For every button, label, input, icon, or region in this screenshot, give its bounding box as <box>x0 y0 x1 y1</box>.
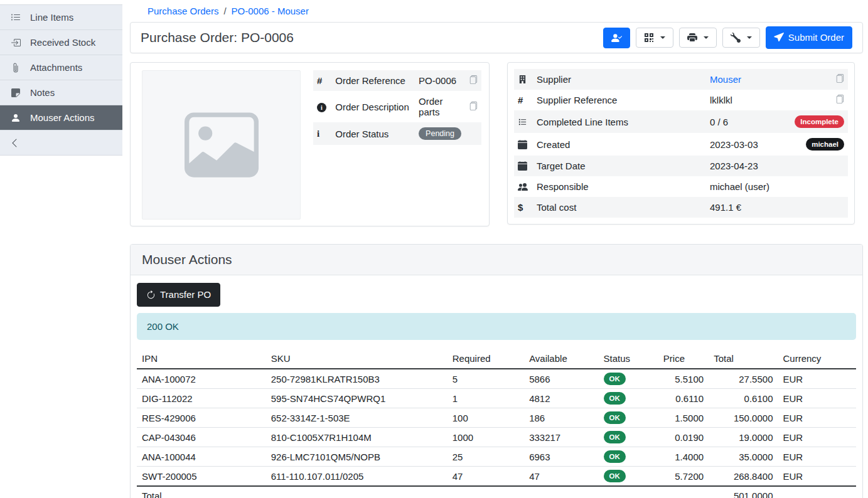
supplier-detail-table: Supplier Mouser # Supplier Reference lkl… <box>514 69 848 218</box>
order-roles-button[interactable] <box>603 28 630 48</box>
cell-available: 6963 <box>524 447 598 467</box>
sidebar-item-notes[interactable]: Notes <box>0 80 122 105</box>
order-detail-table: # Order Reference PO-0006 i Order Descri… <box>313 70 481 145</box>
submit-order-button[interactable]: Submit Order <box>766 26 852 49</box>
cell-price: 0.6110 <box>658 389 709 408</box>
detail-value: 2023-04-23 <box>706 156 783 176</box>
calendar-icon <box>514 156 533 176</box>
detail-label: Supplier <box>533 69 706 90</box>
sidebar-item-attachments[interactable]: Attachments <box>0 55 122 80</box>
table-row: RES-429006 652-3314Z-1-503E 100 186 OK 1… <box>137 408 856 428</box>
sidebar-item-received-stock[interactable]: Received Stock <box>0 30 122 55</box>
detail-label: Order Reference <box>331 70 415 91</box>
detail-label: Target Date <box>533 156 706 176</box>
detail-row-supplier: Supplier Mouser <box>514 69 848 90</box>
send-icon <box>774 33 784 43</box>
copy-icon[interactable] <box>835 95 844 103</box>
cell-price: 5.7200 <box>658 467 709 487</box>
cell-required: 1000 <box>447 428 524 447</box>
cell-status: OK <box>599 389 658 408</box>
users-icon <box>514 176 533 197</box>
cell-required: 25 <box>447 447 524 467</box>
detail-row-responsible: Responsible michael (user) <box>514 176 848 197</box>
detail-value: Order parts <box>415 91 465 122</box>
dollar-icon: $ <box>514 197 533 218</box>
sidebar-item-mouser-actions[interactable]: Mouser Actions <box>0 105 122 130</box>
cell-ipn: DIG-112022 <box>137 389 266 408</box>
transfer-po-button[interactable]: Transfer PO <box>137 283 220 307</box>
sidebar-collapse-button[interactable] <box>0 130 122 156</box>
ok-badge: OK <box>604 392 626 405</box>
order-actions-button[interactable] <box>722 28 760 48</box>
copy-icon[interactable] <box>469 75 478 84</box>
barcode-actions-button[interactable] <box>636 28 673 48</box>
copy-icon[interactable] <box>835 74 844 83</box>
cell-total: 268.8400 <box>709 467 778 487</box>
cell-currency: EUR <box>778 447 857 467</box>
detail-row-supplier-reference: # Supplier Reference lklklkl <box>514 90 848 110</box>
cell-total: 0.6100 <box>709 389 778 408</box>
cell-required: 100 <box>447 408 524 428</box>
detail-row-order-description: i Order Description Order parts <box>313 91 481 122</box>
mouser-actions-panel: Mouser Actions Transfer PO 200 OK IPN SK… <box>130 244 863 498</box>
hash-icon: # <box>514 90 533 110</box>
supplier-link[interactable]: Mouser <box>710 74 741 85</box>
cell-total: 19.0000 <box>709 428 778 447</box>
cell-price: 0.0190 <box>658 428 709 447</box>
chevron-left-icon <box>9 138 19 148</box>
cell-status: OK <box>599 467 658 487</box>
header-ipn: IPN <box>137 349 266 369</box>
print-actions-button[interactable] <box>679 28 717 48</box>
sidebar-item-line-items[interactable]: Line Items <box>0 5 122 30</box>
caret-down-icon <box>747 36 752 39</box>
mouser-actions-title: Mouser Actions <box>131 245 862 275</box>
detail-label: Order Status <box>331 122 415 145</box>
cell-sku: 926-LMC7101QM5/NOPB <box>266 447 447 467</box>
sidebar-item-label: Mouser Actions <box>30 112 95 123</box>
detail-label: Total cost <box>533 197 706 218</box>
sidebar-item-label: Received Stock <box>30 37 95 48</box>
ok-badge: OK <box>604 373 626 385</box>
cell-available: 186 <box>524 408 598 428</box>
cell-price: 5.5100 <box>658 369 709 389</box>
cell-available: 5866 <box>524 369 598 389</box>
order-info-panel: # Order Reference PO-0006 i Order Descri… <box>130 62 490 226</box>
cell-available: 333217 <box>524 428 598 447</box>
footer-total-label: Total <box>137 486 266 498</box>
table-row: ANA-100072 250-72981KLRATR150B3 5 5866 O… <box>137 369 856 389</box>
copy-icon[interactable] <box>469 102 478 110</box>
calendar-icon <box>514 133 533 156</box>
detail-label: Order Description <box>331 91 415 122</box>
tools-icon <box>731 33 741 43</box>
detail-value: 2023-03-03 <box>706 133 783 156</box>
order-image-placeholder[interactable] <box>142 70 301 220</box>
detail-label: Completed Line Items <box>533 110 706 133</box>
mouser-actions-body: Transfer PO 200 OK IPN SKU Required Avai… <box>131 275 862 498</box>
cell-status: OK <box>599 428 658 447</box>
sidebar-list: Line Items Received Stock Attachments No… <box>0 4 122 156</box>
cell-required: 1 <box>447 389 524 408</box>
info-icon: i <box>313 122 331 145</box>
incomplete-badge: Incomplete <box>795 115 844 128</box>
cell-currency: EUR <box>778 369 857 389</box>
header-currency: Currency <box>778 349 857 369</box>
info-circle-icon: i <box>313 91 331 122</box>
page-header-panel: Purchase Order: PO-0006 <box>130 22 863 53</box>
breadcrumb-link-purchase-orders[interactable]: Purchase Orders <box>147 6 218 16</box>
note-icon <box>11 88 21 98</box>
breadcrumb-link-po[interactable]: PO-0006 - Mouser <box>232 6 309 16</box>
cell-status: OK <box>599 447 658 467</box>
parts-table: IPN SKU Required Available Status Price … <box>137 349 856 498</box>
header-available: Available <box>524 349 598 369</box>
cell-sku: 595-SN74HCS74QPWRQ1 <box>266 389 447 408</box>
cell-sku: 810-C1005X7R1H104M <box>266 428 447 447</box>
cell-total: 27.5500 <box>709 369 778 389</box>
sidebar: Line Items Received Stock Attachments No… <box>0 0 122 498</box>
transfer-status-alert: 200 OK <box>137 313 856 340</box>
ok-badge: OK <box>604 431 626 443</box>
cell-available: 4812 <box>524 389 598 408</box>
detail-row-completed-line-items: Completed Line Items 0 / 6 Incomplete <box>514 110 848 133</box>
cell-ipn: ANA-100072 <box>137 369 266 389</box>
list-check-icon <box>514 110 533 133</box>
parts-table-footer-row: Total 501.0000 <box>137 486 856 498</box>
